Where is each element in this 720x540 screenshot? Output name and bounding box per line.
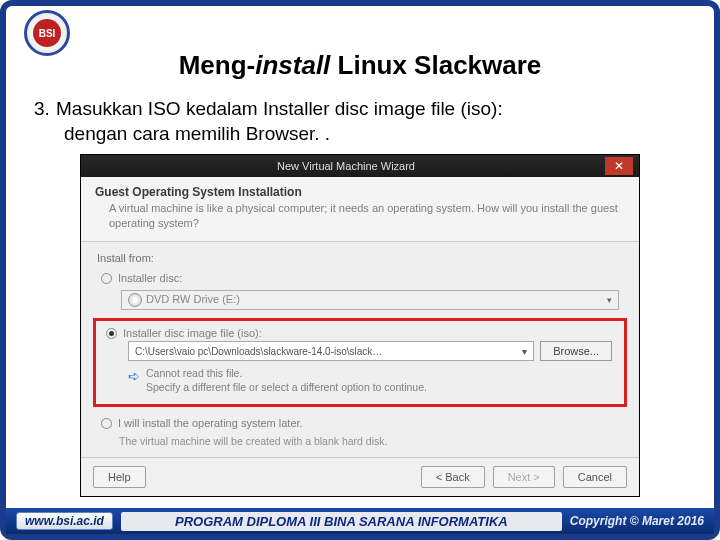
warning-row: ➪ Cannot read this file. Specify a diffe… (128, 367, 612, 394)
title-italic: install (255, 50, 330, 80)
radio-install-later[interactable] (101, 418, 112, 429)
install-later-subtitle: The virtual machine will be created with… (119, 435, 619, 447)
close-button[interactable]: ✕ (605, 157, 633, 175)
iso-path-value: C:\Users\vaio pc\Downloads\slackware-14.… (135, 346, 382, 357)
footer-program: PROGRAM DIPLOMA III BINA SARANA INFORMAT… (121, 512, 562, 531)
disc-drive-label: DVD RW Drive (E:) (146, 293, 240, 305)
option-installer-disc-label: Installer disc: (118, 272, 182, 284)
wizard-window: New Virtual Machine Wizard ✕ Guest Opera… (80, 154, 640, 497)
bsi-logo: BSI (24, 10, 70, 56)
next-button[interactable]: Next > (493, 466, 555, 488)
option-install-later[interactable]: I will install the operating system late… (81, 413, 639, 433)
wizard-titlebar: New Virtual Machine Wizard ✕ (81, 155, 639, 177)
chevron-down-icon: ▾ (522, 346, 527, 357)
wizard-window-title: New Virtual Machine Wizard (87, 160, 605, 172)
title-pre: Meng- (179, 50, 256, 80)
footer-copyright: Copyright © Maret 2016 (570, 514, 704, 528)
step-number: 3. (34, 97, 56, 122)
radio-iso[interactable] (106, 328, 117, 339)
slide-footer-bar: www.bsi.ac.id PROGRAM DIPLOMA III BINA S… (6, 508, 714, 534)
disc-drive-combo[interactable]: DVD RW Drive (E:) ▾ (121, 290, 619, 310)
help-button[interactable]: Help (93, 466, 146, 488)
warning-line2: Specify a different file or select a dif… (146, 381, 427, 393)
browse-button[interactable]: Browse... (540, 341, 612, 361)
cancel-button[interactable]: Cancel (563, 466, 627, 488)
step-line2: dengan cara memilih Browser. . (64, 122, 686, 147)
slide-frame: BSI Meng-install Linux Slackware 3.Masuk… (0, 0, 720, 540)
option-iso[interactable]: Installer disc image file (iso): (102, 327, 618, 339)
option-iso-label: Installer disc image file (iso): (123, 327, 262, 339)
slide-title: Meng-install Linux Slackware (6, 50, 714, 81)
arrow-right-icon: ➪ (128, 367, 140, 394)
option-installer-disc[interactable]: Installer disc: (81, 268, 639, 288)
step-line1: Masukkan ISO kedalam Installer disc imag… (56, 98, 503, 119)
guest-os-subtitle: A virtual machine is like a physical com… (95, 201, 625, 231)
title-post: Linux Slackware (330, 50, 541, 80)
wizard-footer: Help < Back Next > Cancel (81, 457, 639, 496)
logo-text: BSI (33, 19, 61, 47)
wizard-header: Guest Operating System Installation A vi… (81, 177, 639, 242)
radio-installer-disc[interactable] (101, 273, 112, 284)
disc-icon (128, 293, 142, 307)
footer-url: www.bsi.ac.id (16, 512, 113, 530)
guest-os-title: Guest Operating System Installation (95, 185, 625, 199)
chevron-down-icon: ▾ (607, 295, 612, 305)
back-button[interactable]: < Back (421, 466, 485, 488)
step-text: 3.Masukkan ISO kedalam Installer disc im… (34, 97, 686, 146)
highlighted-option: Installer disc image file (iso): C:\User… (93, 318, 627, 407)
install-from-label: Install from: (81, 242, 639, 268)
iso-path-combo[interactable]: C:\Users\vaio pc\Downloads\slackware-14.… (128, 341, 534, 361)
option-install-later-label: I will install the operating system late… (118, 417, 303, 429)
close-icon: ✕ (614, 159, 624, 173)
warning-line1: Cannot read this file. (146, 367, 242, 379)
